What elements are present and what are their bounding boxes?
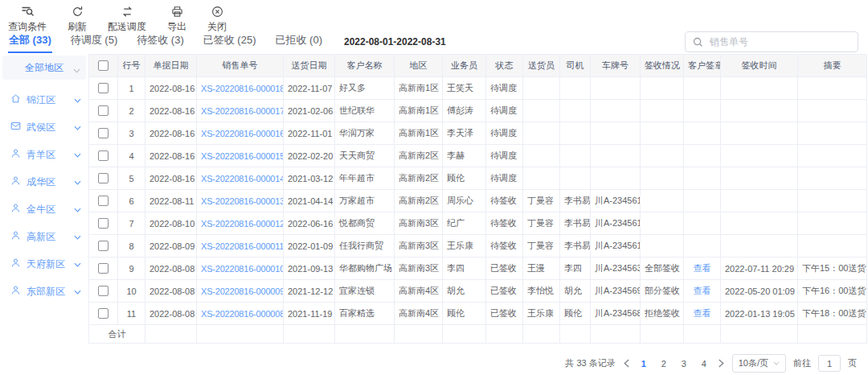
order-no-link[interactable]: XS-20220816-000010 <box>201 264 284 274</box>
cell-deliverer: 丁曼容 <box>523 235 560 258</box>
region-select[interactable]: 全部地区 <box>2 56 86 80</box>
cell-doc-date: 2022-08-16 <box>145 122 197 145</box>
sidebar-item-gaoxin[interactable]: 高新区 <box>0 223 88 250</box>
col-line-no: 行号 <box>118 55 145 77</box>
table-row: 7 2022-08-10 XS-20220816-000012 2022-06-… <box>89 212 867 235</box>
row-checkbox[interactable] <box>98 150 108 161</box>
order-no-link[interactable]: XS-20220816-000008 <box>201 309 284 319</box>
sidebar-item-wuhou[interactable]: 武侯区 <box>0 113 88 141</box>
cell-driver: 李四 <box>560 258 591 280</box>
total-empty-cell <box>197 325 284 344</box>
cell-line-no: 1 <box>118 77 145 100</box>
view-signature-link[interactable]: 查看 <box>694 308 711 318</box>
cell-status: 待调度 <box>486 167 523 190</box>
order-no-link[interactable]: XS-20220816-000012 <box>201 219 284 229</box>
cell-driver <box>560 122 591 145</box>
tab-signed[interactable]: 已签收 (25) <box>203 31 257 53</box>
sidebar-item-eastern-new[interactable]: 东部新区 <box>0 278 88 305</box>
tab-all[interactable]: 全部 (33) <box>8 31 52 53</box>
row-checkbox[interactable] <box>98 286 108 296</box>
order-no-link[interactable]: XS-20220816-000016 <box>201 129 284 138</box>
cell-driver <box>560 167 591 190</box>
cell-deliverer <box>523 100 560 122</box>
cell-sign-status <box>641 100 684 122</box>
page-number-2[interactable]: 2 <box>657 359 670 369</box>
cell-status: 待签收 <box>486 190 523 212</box>
order-no-link[interactable]: XS-20220816-000011 <box>201 241 284 251</box>
tab-pending-sign[interactable]: 待签收 (3) <box>136 31 185 53</box>
total-empty-cell <box>721 325 798 344</box>
row-checkbox[interactable] <box>98 263 108 274</box>
row-checkbox[interactable] <box>98 241 108 251</box>
select-all-checkbox[interactable] <box>98 60 108 71</box>
order-no-link[interactable]: XS-20220816-000009 <box>201 286 284 296</box>
export-button[interactable]: 导出 <box>167 6 186 34</box>
cell-summary <box>798 77 867 100</box>
tab-pending-dispatch[interactable]: 待调度 (5) <box>70 31 119 53</box>
sidebar-item-label: 青羊区 <box>27 148 55 162</box>
col-summary: 摘要 <box>798 55 867 77</box>
cell-salesman: 傅彭涛 <box>443 100 486 122</box>
page-number-4[interactable]: 4 <box>698 359 710 369</box>
order-no-link[interactable]: XS-20220816-000017 <box>201 106 284 116</box>
goto-page-input[interactable] <box>818 355 841 372</box>
order-no-link[interactable]: XS-20220816-000018 <box>201 84 284 93</box>
search-input[interactable] <box>708 35 850 48</box>
cell-summary <box>798 235 867 258</box>
view-signature-link[interactable]: 查看 <box>694 263 711 273</box>
table-row: 4 2022-08-16 XS-20220816-000015 2022-02-… <box>89 145 867 167</box>
sidebar-item-tianfu-new[interactable]: 天府新区 <box>0 250 88 278</box>
cell-driver <box>560 77 591 100</box>
row-checkbox[interactable] <box>98 173 108 183</box>
cell-sign-time <box>721 212 798 235</box>
refresh-icon <box>72 6 84 18</box>
sidebar-item-label: 武侯区 <box>27 121 55 134</box>
cell-line-no: 11 <box>118 303 145 325</box>
row-checkbox[interactable] <box>98 83 108 93</box>
total-empty-cell <box>798 325 867 344</box>
sidebar-item-jinniu[interactable]: 金牛区 <box>0 196 88 223</box>
row-checkbox[interactable] <box>98 105 108 116</box>
order-no-link[interactable]: XS-20220816-000014 <box>201 174 284 183</box>
cell-salesman: 王笑天 <box>443 77 486 100</box>
view-signature-link[interactable]: 查看 <box>694 286 711 295</box>
orders-table: 行号 单据日期 销售单号 送货日期 客户名称 地区 业务员 状态 送货员 司机 … <box>88 54 867 344</box>
sidebar-item-qingyang[interactable]: 青羊区 <box>0 141 88 168</box>
sidebar-item-chenghua[interactable]: 成华区 <box>0 168 88 196</box>
tab-rejected[interactable]: 已拒收 (0) <box>274 31 323 53</box>
order-no-link[interactable]: XS-20220816-000015 <box>201 151 284 161</box>
row-checkbox[interactable] <box>98 218 108 229</box>
table-row: 3 2022-08-16 XS-20220816-000016 2022-11-… <box>89 122 867 145</box>
page-size-select[interactable]: 10条/页 <box>732 354 786 373</box>
cell-region: 高新南2区 <box>395 145 443 167</box>
cell-summary: 下午18：00送货 <box>798 303 867 325</box>
col-customer: 客户名称 <box>335 55 395 77</box>
sidebar-item-jinjiang[interactable]: 锦江区 <box>0 86 88 113</box>
cell-sign-time <box>721 145 798 167</box>
total-row: 合计 <box>89 325 867 344</box>
query-conditions-button[interactable]: 查询条件 <box>8 6 47 34</box>
col-doc-date: 单据日期 <box>145 55 197 77</box>
page-number-1[interactable]: 1 <box>637 359 650 369</box>
close-button[interactable]: 关闭 <box>207 6 227 34</box>
cell-line-no: 4 <box>118 145 145 167</box>
cell-delivery-date: 2022-11-07 <box>284 77 335 100</box>
col-salesman: 业务员 <box>443 55 486 77</box>
cell-driver: 胡允 <box>560 280 591 303</box>
sidebar-item-label: 金牛区 <box>27 203 55 216</box>
cell-sign-status <box>641 77 684 100</box>
order-no-link[interactable]: XS-20220816-000013 <box>201 196 284 206</box>
row-checkbox[interactable] <box>98 196 108 206</box>
cell-sign-status <box>641 212 684 235</box>
refresh-button[interactable]: 刷新 <box>68 6 87 34</box>
row-checkbox[interactable] <box>98 128 108 138</box>
prev-page-button[interactable] <box>623 359 630 368</box>
next-page-button[interactable] <box>718 359 725 368</box>
dispatch-button[interactable]: 配送调度 <box>108 6 146 34</box>
chevron-down-icon <box>773 361 780 365</box>
row-checkbox[interactable] <box>98 308 108 319</box>
total-records-label: 共 33 条记录 <box>565 357 615 369</box>
page-number-3[interactable]: 3 <box>678 359 690 369</box>
total-empty-cell <box>641 325 684 344</box>
table-row: 2 2022-08-16 XS-20220816-000017 2021-02-… <box>89 100 867 122</box>
